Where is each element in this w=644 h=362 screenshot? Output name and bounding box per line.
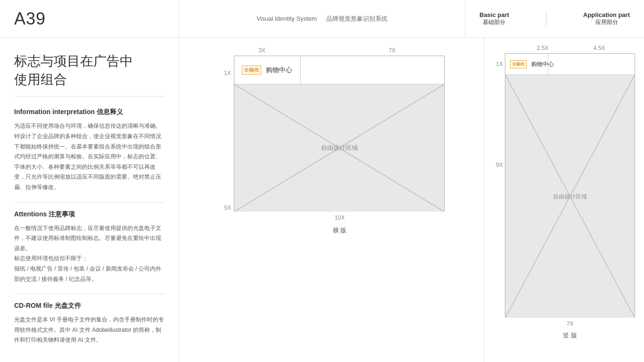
- dim-3x-label: 3X: [258, 47, 265, 54]
- left-panel: 标志与项目在广告中使用组合 Information interpretation…: [0, 38, 179, 362]
- vertical-divider-line: [300, 56, 301, 84]
- header-vi-cn: 品牌视觉形象识别系统: [326, 15, 388, 23]
- header-app-cn: 应用部分: [595, 18, 618, 26]
- right-diagram-header: 全融街 购物中心: [505, 54, 635, 75]
- header-app-en: Application part: [583, 11, 630, 18]
- right-panel: 2.5X 4.5X 1X 9X 全融街 购物中心: [484, 38, 644, 362]
- header-basic-en: Basic part: [479, 11, 509, 18]
- right-vertical-divider: [548, 54, 548, 74]
- header-divider: [546, 12, 546, 26]
- section2-title: Attentions 注意事项: [14, 210, 165, 219]
- header-left: A39: [0, 0, 179, 37]
- section3-title: CD-ROM file 光盘文件: [14, 302, 165, 310]
- brand-label: 全融街 购物中心: [242, 66, 292, 74]
- center-diagram-caption: 横 版: [218, 226, 445, 235]
- section2-body: 在一般情况下使用品牌标志，应尽量使用提供的光盘电子文件，不建议使用标准制图绘制标…: [14, 223, 165, 285]
- main-content: 标志与项目在广告中使用组合 Information interpretation…: [0, 38, 644, 362]
- dim-4-5x-label: 4.5X: [594, 45, 605, 51]
- right-diagram-caption: 竖 版: [494, 331, 635, 340]
- right-diagram-box: 全融街 购物中心 自由设计区域: [505, 53, 635, 317]
- dim-7x-right-label: 7X: [567, 321, 574, 327]
- right-brand-text: 购物中心: [531, 60, 554, 68]
- header-vi-en: Visual Identity System: [256, 15, 317, 22]
- header: A39 Visual Identity System 品牌视觉形象识别系统 Ba…: [0, 0, 644, 38]
- divider-1: [14, 202, 165, 203]
- section1-title: Information interpretation 信息释义: [14, 108, 165, 116]
- dim-2-5x-label: 2.5X: [537, 45, 549, 51]
- header-right: Basic part 基础部分 Application part 应用部分: [465, 0, 644, 37]
- header-center: Visual Identity System 品牌视觉形象识别系统: [179, 15, 465, 23]
- page-number: A39: [14, 9, 46, 29]
- section1-body: 为适应不同使用场合与环境，确保信息传达的清晰与准确。特设计了企业品牌的多种组合，…: [14, 121, 165, 192]
- page-title: 标志与项目在广告中使用组合: [14, 52, 165, 97]
- dim-5x-left-label: 5X: [224, 205, 231, 211]
- dim-1x-left-label: 1X: [224, 70, 231, 76]
- right-brand-tag: 全融街: [510, 60, 527, 68]
- dim-9x-right-label: 9X: [496, 162, 503, 168]
- center-diagram-header: 全融街 购物中心: [234, 56, 444, 84]
- center-panel: 3X 7X 1X 5X 全融街: [179, 38, 484, 362]
- divider-2: [14, 294, 165, 294]
- section3-body: 光盘文件是本 VI 手册电子文件的集合，内含手册制作时的专用软件格式文件。其中 …: [14, 315, 165, 346]
- center-diagram-box: 全融街 购物中心 自由设计区域: [234, 56, 445, 211]
- brand-tag: 全融街: [242, 66, 261, 74]
- dim-7x-label: 7X: [388, 47, 396, 54]
- header-basic-section: Basic part 基础部分: [479, 11, 509, 26]
- dim-1x-right-label: 1X: [496, 61, 503, 67]
- header-basic-cn: 基础部分: [483, 18, 505, 26]
- header-app-section: Application part 应用部分: [583, 11, 630, 26]
- right-free-design-label: 自由设计区域: [553, 192, 587, 200]
- brand-text: 购物中心: [266, 66, 292, 74]
- free-design-label: 自由设计区域: [321, 144, 358, 152]
- center-diagram-body: 自由设计区域: [234, 84, 444, 212]
- right-diagram-body: 自由设计区域: [505, 75, 635, 318]
- dim-10x-label: 10X: [335, 214, 345, 221]
